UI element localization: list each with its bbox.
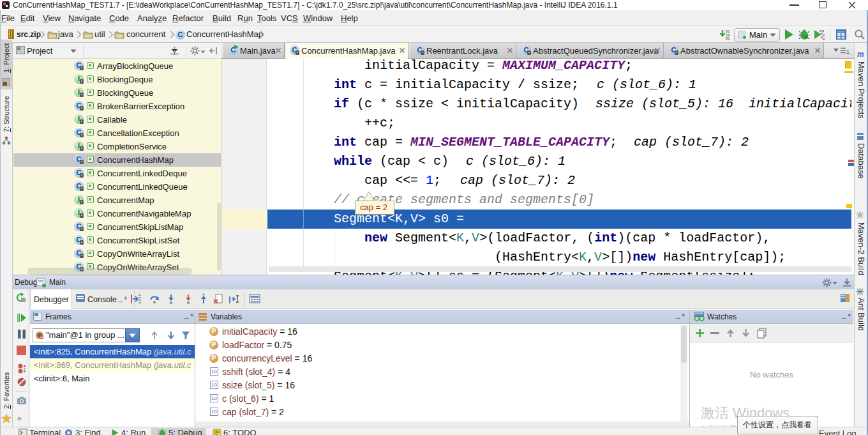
svg-text:1: 1 <box>846 49 849 55</box>
svg-text:01: 01 <box>726 36 730 40</box>
